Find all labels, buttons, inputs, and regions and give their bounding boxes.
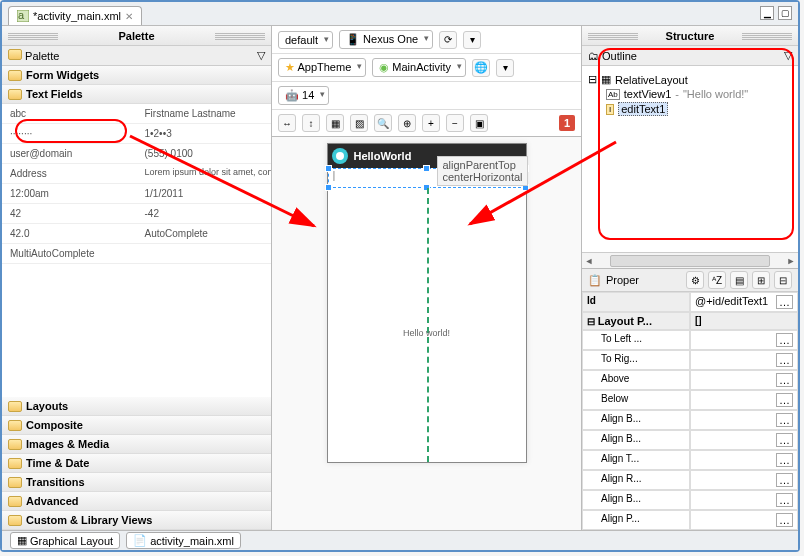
zoom-in-button[interactable]: + <box>422 114 440 132</box>
tf-multi-autocomplete[interactable]: MultiAutoComplete <box>2 244 137 264</box>
prop-row-label[interactable]: Above <box>582 370 690 390</box>
globe-icon: 🌐 <box>474 61 488 74</box>
outline-node-textview[interactable]: Ab textView1 - "Hello world!" <box>588 87 792 101</box>
prop-row-label[interactable]: Align B... <box>582 490 690 510</box>
scroll-thumb[interactable] <box>610 255 770 267</box>
palette-folder-advanced[interactable]: Advanced <box>2 492 271 511</box>
outline-node-root[interactable]: ⊟ ▦ RelativeLayout <box>588 72 792 87</box>
tf-time[interactable]: 12:00am <box>2 184 137 204</box>
config-combo[interactable]: default <box>278 31 333 49</box>
zoom-out-button[interactable]: − <box>446 114 464 132</box>
prop-layout-params[interactable]: ⊟ Layout P... <box>582 312 690 330</box>
palette-sub-header: Palette ▽ <box>2 46 271 66</box>
show-grid-button[interactable]: ▨ <box>350 114 368 132</box>
show-constraints-button[interactable]: ▦ <box>326 114 344 132</box>
locale-button[interactable]: 🌐 <box>472 59 490 77</box>
lint-badge[interactable]: 1 <box>559 115 575 131</box>
resize-handle[interactable] <box>325 165 332 172</box>
palette-menu-chevron[interactable]: ▽ <box>257 49 265 62</box>
palette-folder-time-date[interactable]: Time & Date <box>2 454 271 473</box>
prop-collapse-button[interactable]: ⊟ <box>774 271 792 289</box>
zoom-100-button[interactable]: ⊕ <box>398 114 416 132</box>
prop-sort-button[interactable]: ᴬZ <box>708 271 726 289</box>
layout-canvas[interactable]: HelloWorld | Hello world! alignPa <box>272 137 581 530</box>
prop-col-id: Id <box>582 292 690 312</box>
structure-header: Structure <box>582 26 798 46</box>
device-combo[interactable]: 📱 Nexus One <box>339 30 433 49</box>
prop-expand-button[interactable]: ⊞ <box>752 271 770 289</box>
prop-row-value[interactable]: … <box>690 470 798 490</box>
tf-email[interactable]: user@domain <box>2 144 137 164</box>
zoom-fit-button[interactable]: 🔍 <box>374 114 392 132</box>
prop-row-label[interactable]: Align T... <box>582 450 690 470</box>
prop-id-value[interactable]: @+id/editText1 … <box>690 292 798 312</box>
tf-password[interactable]: ········ <box>2 124 137 144</box>
view-options-button[interactable]: ▾ <box>463 31 481 49</box>
palette-folder-text-fields[interactable]: Text Fields <box>2 85 271 104</box>
center-guide <box>427 188 429 462</box>
prop-row-label[interactable]: Align P... <box>582 510 690 530</box>
resize-handle[interactable] <box>423 165 430 172</box>
prop-row-label[interactable]: Align B... <box>582 430 690 450</box>
prop-row-value[interactable]: … <box>690 450 798 470</box>
theme-combo[interactable]: ★ AppTheme <box>278 58 366 77</box>
resize-handle[interactable] <box>325 184 332 191</box>
prop-row-value[interactable]: … <box>690 490 798 510</box>
palette-folder-layouts[interactable]: Layouts <box>2 397 271 416</box>
palette-folder-composite[interactable]: Composite <box>2 416 271 435</box>
scroll-left-icon[interactable]: ◄ <box>582 256 596 266</box>
toggle-fill-button[interactable]: ↔ <box>278 114 296 132</box>
outline-menu[interactable]: ▽ <box>784 49 792 62</box>
hello-world-label: Hello world! <box>328 328 526 338</box>
palette-folder-images[interactable]: Images & Media <box>2 435 271 454</box>
prop-row-value[interactable]: … <box>690 510 798 530</box>
prop-row-value[interactable]: … <box>690 330 798 350</box>
expand-icon[interactable]: ⊟ <box>588 73 597 86</box>
prop-row-label[interactable]: To Rig... <box>582 350 690 370</box>
prop-row-value[interactable]: … <box>690 410 798 430</box>
file-tab[interactable]: a *activity_main.xml ✕ <box>8 6 142 25</box>
tf-pass-numeric[interactable]: 1•2••3 <box>137 124 272 144</box>
prop-row-label[interactable]: Align B... <box>582 410 690 430</box>
tf-address[interactable]: Address <box>2 164 137 184</box>
orientation-button[interactable]: ⟳ <box>439 31 457 49</box>
tf-person-name[interactable]: Firstname Lastname <box>137 104 272 124</box>
palette-folder-form-widgets[interactable]: Form Widgets <box>2 66 271 85</box>
layout-tab-icon: ▦ <box>17 534 27 547</box>
prop-row-value[interactable]: … <box>690 430 798 450</box>
create-button[interactable]: ▾ <box>496 59 514 77</box>
outline-scrollbar[interactable]: ◄ ► <box>582 252 798 268</box>
tf-number[interactable]: 42 <box>2 204 137 224</box>
prop-row-value[interactable]: … <box>690 370 798 390</box>
emulate-button[interactable]: ▣ <box>470 114 488 132</box>
prop-row-value[interactable]: … <box>690 390 798 410</box>
star-icon: ★ <box>285 61 295 73</box>
prop-row-label[interactable]: Align R... <box>582 470 690 490</box>
maximize-button[interactable]: ▢ <box>778 6 792 20</box>
tf-plain[interactable]: abc <box>2 104 137 124</box>
prop-row-value[interactable]: … <box>690 350 798 370</box>
palette-folder-custom[interactable]: Custom & Library Views <box>2 511 271 530</box>
tf-number-decimal[interactable]: 42.0 <box>2 224 137 244</box>
prop-group-button[interactable]: ▤ <box>730 271 748 289</box>
tab-graphical-layout[interactable]: ▦ Graphical Layout <box>10 532 120 549</box>
tf-multiline[interactable]: Lorem ipsum dolor sit amet, consectetur … <box>137 164 272 184</box>
prop-row-label[interactable]: Below <box>582 390 690 410</box>
tf-date[interactable]: 1/1/2011 <box>137 184 272 204</box>
palette-folder-transitions[interactable]: Transitions <box>2 473 271 492</box>
prop-filter-button[interactable]: ⚙ <box>686 271 704 289</box>
api-combo[interactable]: 🤖 14 <box>278 86 329 105</box>
svg-text:a: a <box>18 10 25 21</box>
tf-autocomplete[interactable]: AutoComplete <box>137 224 272 244</box>
minimize-button[interactable]: ▁ <box>760 6 774 20</box>
tab-xml-source[interactable]: 📄 activity_main.xml <box>126 532 241 549</box>
scroll-right-icon[interactable]: ► <box>784 256 798 266</box>
tf-number-signed[interactable]: -42 <box>137 204 272 224</box>
prop-row-label[interactable]: To Left ... <box>582 330 690 350</box>
ellipsis-button[interactable]: … <box>776 295 793 309</box>
outline-node-edittext[interactable]: I editText1 <box>588 101 792 117</box>
close-icon[interactable]: ✕ <box>125 11 133 22</box>
tf-phone[interactable]: (555) 0100 <box>137 144 272 164</box>
toggle-wrap-button[interactable]: ↕ <box>302 114 320 132</box>
activity-combo[interactable]: ◉ MainActivity <box>372 58 466 77</box>
